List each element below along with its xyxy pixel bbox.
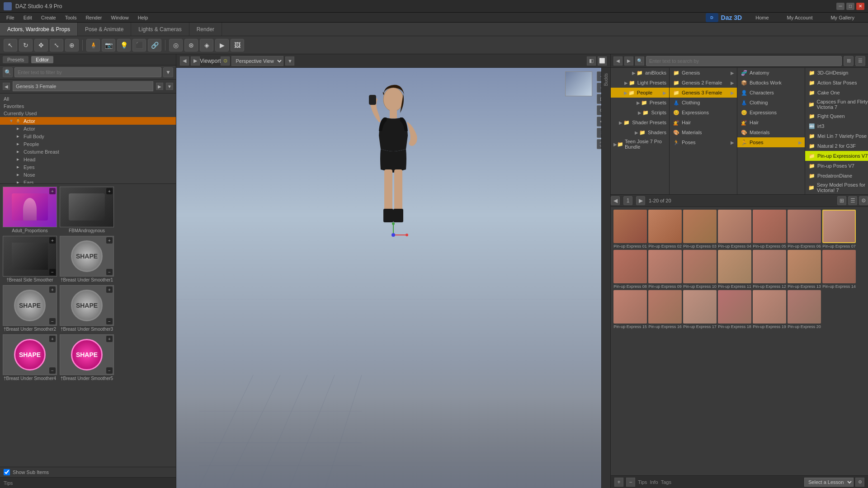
col1-scripts[interactable]: ▶📁Scripts	[611, 108, 669, 117]
thumb-pin-up-03[interactable]: Pin-up Express 03	[683, 210, 717, 249]
tree-actor[interactable]: ▸Actor	[0, 125, 176, 132]
right-search-input[interactable]	[646, 56, 842, 66]
grid-item-breast-side[interactable]: + − †Breast Side Smoother	[3, 236, 57, 282]
tree-favorites[interactable]: Favorites	[0, 103, 176, 110]
col4-irt3[interactable]: 🔤irt3	[805, 121, 868, 131]
col3-clothing[interactable]: 👗Clothing	[737, 98, 805, 108]
col3-expressions[interactable]: 😊Expressions	[737, 108, 805, 117]
filter-input[interactable]	[14, 67, 161, 77]
tab-editor[interactable]: Editor	[31, 56, 53, 63]
menu-render[interactable]: Render	[81, 13, 106, 22]
col1-shaders[interactable]: ▶📁Shaders	[611, 127, 669, 137]
viewport-view-btn[interactable]: ▼	[285, 56, 294, 66]
col4-natural2[interactable]: 📁Natural 2 for G3F	[805, 141, 868, 151]
menu-file[interactable]: File	[2, 13, 19, 22]
tab-render[interactable]: Render	[189, 23, 222, 36]
thumb-pin-up-04[interactable]: Pin-up Express 04	[718, 210, 751, 249]
toolbar-primitive[interactable]: ⬛	[132, 39, 146, 52]
thumb-pin-up-09[interactable]: Pin-up Express 09	[648, 250, 682, 289]
col4-capsces[interactable]: 📁Capsces Fun and Flirty Victoria 7	[805, 98, 868, 111]
menu-edit[interactable]: Edit	[19, 13, 37, 22]
menu-create[interactable]: Create	[37, 13, 61, 22]
thumb-pin-up-17[interactable]: Pin-up Express 17	[683, 290, 717, 329]
view-list-btn[interactable]: ☰	[848, 196, 857, 205]
toolbar-smart[interactable]: 🔗	[148, 39, 161, 52]
toolbar-render2[interactable]: ▶	[215, 39, 229, 52]
maximize-button[interactable]: □	[846, 3, 854, 10]
thumb-pin-up-07[interactable]: Pin-up Express 07	[822, 210, 856, 249]
col4-pinup-expressions[interactable]: 📁Pin-up Expressions V7	[805, 151, 868, 161]
col1-light-presets[interactable]: ▶📁Light Presets	[611, 78, 669, 88]
col4-pinup-poses[interactable]: 📁Pin-up Poses V7	[805, 161, 868, 171]
tree-all[interactable]: All	[0, 95, 176, 103]
remove-btn[interactable]: −	[626, 478, 635, 487]
tree-head[interactable]: ▸Head	[0, 155, 176, 163]
right-prev-btn[interactable]: ◀	[613, 56, 623, 66]
thumb-pin-up-20[interactable]: Pin-up Express 20	[788, 290, 821, 329]
tab-pose[interactable]: Pose & Animate	[78, 23, 131, 36]
col4-sexy-model[interactable]: 📁Sexy Model Poses for Victoria! 7	[805, 181, 868, 194]
tab-actors[interactable]: Actors, Wardrobe & Props	[0, 23, 78, 36]
col2-expressions[interactable]: 😊Expressions	[670, 108, 737, 117]
nav-gallery[interactable]: My Gallery	[826, 15, 859, 20]
toolbar-universal[interactable]: ⊕	[65, 39, 79, 52]
cat-down-btn[interactable]: ▼	[166, 83, 173, 90]
toolbar-move[interactable]: ✥	[34, 39, 48, 52]
add-btn[interactable]: +	[614, 478, 623, 487]
tree-actor-folder[interactable]: ▼🧍Actor	[0, 117, 176, 125]
filter-menu-btn[interactable]: ▼	[163, 67, 173, 77]
col4-action-star[interactable]: 📁Action Star Poses	[805, 78, 868, 88]
show-sub-items-checkbox[interactable]	[4, 469, 10, 475]
thumb-pin-up-12[interactable]: Pin-up Express 12	[753, 250, 786, 289]
thumb-pin-up-19[interactable]: Pin-up Express 19	[753, 290, 786, 329]
view-settings-btn[interactable]: ⚙	[859, 196, 868, 205]
toolbar-joint[interactable]: ⊛	[184, 39, 198, 52]
toolbar-morph[interactable]: ◈	[200, 39, 213, 52]
thumb-pin-up-06[interactable]: Pin-up Express 06	[788, 210, 821, 249]
col3-hair[interactable]: 💇Hair	[737, 117, 805, 127]
tree-costume-breast[interactable]: ▸Costume Breast	[0, 148, 176, 155]
toolbar-camera[interactable]: 📷	[102, 39, 115, 52]
lesson-dropdown[interactable]: Select a Lesson	[804, 478, 854, 487]
grid-item-breast-under3[interactable]: SHAPE + − †Breast Under Smoother3	[60, 285, 114, 332]
col1-shader-presets[interactable]: ▶📁Shader Presets	[611, 117, 669, 127]
toolbar-scale[interactable]: ⤡	[50, 39, 63, 52]
col2-genesis[interactable]: 📁Genesis▶	[670, 68, 737, 78]
toolbar-light[interactable]: 💡	[117, 39, 131, 52]
col2-materials[interactable]: 🎨Materials	[670, 127, 737, 137]
right-view-btn1[interactable]: ⊞	[844, 56, 854, 66]
menu-help[interactable]: Help	[133, 13, 153, 22]
grid-item-breast-under4[interactable]: SHAPE + − †Breast Under Smoother4	[3, 334, 57, 381]
col3-buttocks[interactable]: 📦Buttocks Work	[737, 78, 805, 88]
nav-account[interactable]: My Account	[783, 15, 817, 20]
viewport-view-dropdown[interactable]: Perspective View	[231, 56, 283, 66]
viewport-nav-next[interactable]: ▶	[191, 56, 200, 66]
thumb-pin-up-10[interactable]: Pin-up Express 10	[683, 250, 717, 289]
nav-home[interactable]: Home	[751, 15, 773, 20]
viewport-lock-icon[interactable]: ⊙	[221, 56, 230, 66]
viewport-nav-prev[interactable]: ◀	[180, 56, 189, 66]
col3-characters[interactable]: 👤Characters	[737, 88, 805, 98]
thumb-pin-up-13[interactable]: Pin-up Express 13	[788, 250, 821, 289]
budds-label[interactable]: Budds	[604, 70, 609, 89]
toolbar-target[interactable]: ◎	[169, 39, 183, 52]
page-num-btn[interactable]: 1	[623, 196, 632, 205]
col4-fight-queen[interactable]: 📁Fight Queen	[805, 111, 868, 121]
right-view-btn2[interactable]: ☰	[855, 56, 865, 66]
tab-lights[interactable]: Lights & Cameras	[131, 23, 189, 36]
toolbar-figure[interactable]: 🧍	[86, 39, 100, 52]
tree-eyes[interactable]: ▸Eyes	[0, 163, 176, 171]
thumb-pin-up-18[interactable]: Pin-up Express 18	[718, 290, 751, 329]
menu-window[interactable]: Window	[107, 13, 133, 22]
tree-currently-used[interactable]: Currently Used	[0, 110, 176, 117]
tree-people[interactable]: ▸People	[0, 140, 176, 148]
col3-anatomy[interactable]: 🧬Anatomy	[737, 68, 805, 78]
grid-item-breast-under5[interactable]: SHAPE + − †Breast Under Smoother5	[60, 334, 114, 381]
grid-item-fbmandrogynous[interactable]: + FBMAndrogynous	[60, 187, 114, 233]
right-next-btn[interactable]: ▶	[624, 56, 633, 66]
col3-poses[interactable]: 🏃Poses▶	[737, 137, 805, 147]
col4-cake-one[interactable]: 📁Cake One	[805, 88, 868, 98]
col1-presets[interactable]: ▶📁Presets	[611, 98, 669, 108]
col2-clothing[interactable]: 👗Clothing	[670, 98, 737, 108]
minimize-button[interactable]: ─	[836, 3, 844, 10]
